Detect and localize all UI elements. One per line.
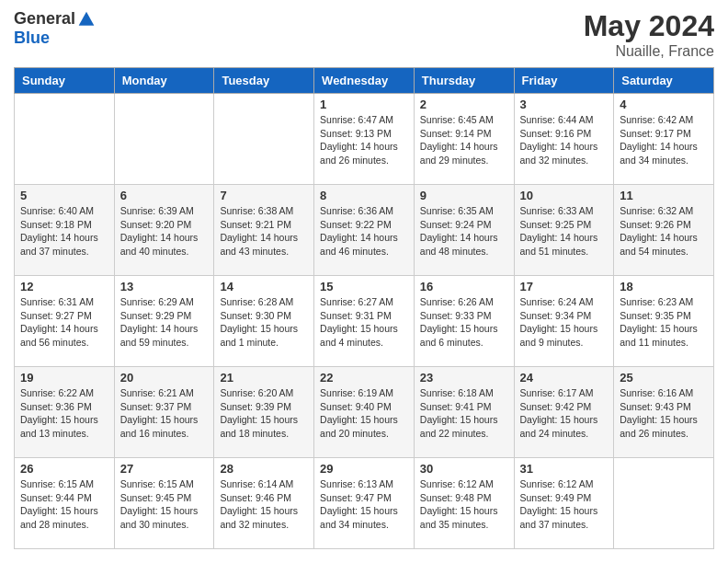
col-friday: Friday bbox=[514, 68, 614, 94]
calendar-week-row: 1Sunrise: 6:47 AMSunset: 9:13 PMDaylight… bbox=[15, 94, 714, 185]
day-number: 24 bbox=[520, 371, 609, 385]
day-number: 26 bbox=[20, 462, 108, 476]
day-number: 13 bbox=[120, 280, 209, 293]
table-row: 20Sunrise: 6:21 AMSunset: 9:37 PMDayligh… bbox=[114, 367, 214, 458]
col-saturday: Saturday bbox=[614, 68, 714, 94]
logo-text: General bbox=[14, 9, 96, 29]
table-row: 12Sunrise: 6:31 AMSunset: 9:27 PMDayligh… bbox=[15, 276, 115, 367]
calendar-week-row: 19Sunrise: 6:22 AMSunset: 9:36 PMDayligh… bbox=[15, 367, 714, 458]
day-number: 19 bbox=[20, 371, 108, 385]
table-row: 16Sunrise: 6:26 AMSunset: 9:33 PMDayligh… bbox=[414, 276, 514, 367]
day-info: Sunrise: 6:38 AMSunset: 9:21 PMDaylight:… bbox=[220, 204, 308, 259]
day-number: 17 bbox=[520, 280, 609, 293]
day-number: 3 bbox=[520, 98, 609, 111]
day-info: Sunrise: 6:44 AMSunset: 9:16 PMDaylight:… bbox=[520, 113, 609, 167]
day-info: Sunrise: 6:45 AMSunset: 9:14 PMDaylight:… bbox=[420, 113, 508, 167]
day-number: 16 bbox=[420, 280, 508, 293]
day-info: Sunrise: 6:47 AMSunset: 9:13 PMDaylight:… bbox=[320, 113, 408, 167]
table-row: 25Sunrise: 6:16 AMSunset: 9:43 PMDayligh… bbox=[614, 367, 714, 458]
table-row: 7Sunrise: 6:38 AMSunset: 9:21 PMDaylight… bbox=[214, 185, 314, 276]
table-row: 1Sunrise: 6:47 AMSunset: 9:13 PMDaylight… bbox=[314, 94, 415, 185]
day-info: Sunrise: 6:36 AMSunset: 9:22 PMDaylight:… bbox=[320, 204, 408, 259]
table-row: 15Sunrise: 6:27 AMSunset: 9:31 PMDayligh… bbox=[314, 276, 415, 367]
day-info: Sunrise: 6:12 AMSunset: 9:49 PMDaylight:… bbox=[520, 477, 609, 532]
title-block: May 2024 Nuaille, France bbox=[584, 9, 714, 60]
day-number: 30 bbox=[420, 462, 508, 476]
day-info: Sunrise: 6:15 AMSunset: 9:45 PMDaylight:… bbox=[120, 477, 209, 532]
day-number: 6 bbox=[120, 189, 209, 202]
table-row: 19Sunrise: 6:22 AMSunset: 9:36 PMDayligh… bbox=[15, 367, 115, 458]
day-number: 23 bbox=[420, 371, 508, 385]
day-info: Sunrise: 6:31 AMSunset: 9:27 PMDaylight:… bbox=[20, 295, 108, 350]
table-row: 31Sunrise: 6:12 AMSunset: 9:49 PMDayligh… bbox=[514, 458, 614, 549]
day-number: 9 bbox=[420, 189, 508, 202]
page: General Blue May 2024 Nuaille, France Su… bbox=[0, 0, 728, 563]
col-sunday: Sunday bbox=[15, 68, 115, 94]
table-row bbox=[214, 94, 314, 185]
day-number: 21 bbox=[220, 371, 308, 385]
day-number: 7 bbox=[220, 189, 308, 202]
day-info: Sunrise: 6:40 AMSunset: 9:18 PMDaylight:… bbox=[20, 204, 108, 259]
table-row bbox=[15, 94, 115, 185]
logo-blue-text: Blue bbox=[14, 29, 50, 47]
day-info: Sunrise: 6:23 AMSunset: 9:35 PMDaylight:… bbox=[620, 295, 708, 350]
day-info: Sunrise: 6:17 AMSunset: 9:42 PMDaylight:… bbox=[520, 386, 609, 441]
table-row: 24Sunrise: 6:17 AMSunset: 9:42 PMDayligh… bbox=[514, 367, 614, 458]
day-number: 4 bbox=[620, 98, 708, 111]
day-info: Sunrise: 6:32 AMSunset: 9:26 PMDaylight:… bbox=[620, 204, 708, 259]
day-number: 28 bbox=[220, 462, 308, 476]
logo-general-text: General bbox=[14, 9, 75, 29]
day-info: Sunrise: 6:20 AMSunset: 9:39 PMDaylight:… bbox=[220, 386, 308, 441]
day-number: 2 bbox=[420, 98, 508, 111]
day-number: 8 bbox=[320, 189, 408, 202]
table-row: 23Sunrise: 6:18 AMSunset: 9:41 PMDayligh… bbox=[414, 367, 514, 458]
table-row: 17Sunrise: 6:24 AMSunset: 9:34 PMDayligh… bbox=[514, 276, 614, 367]
day-info: Sunrise: 6:24 AMSunset: 9:34 PMDaylight:… bbox=[520, 295, 609, 350]
main-title: May 2024 bbox=[584, 9, 714, 43]
calendar-week-row: 5Sunrise: 6:40 AMSunset: 9:18 PMDaylight… bbox=[15, 185, 714, 276]
day-info: Sunrise: 6:29 AMSunset: 9:29 PMDaylight:… bbox=[120, 295, 209, 350]
day-info: Sunrise: 6:19 AMSunset: 9:40 PMDaylight:… bbox=[320, 386, 408, 441]
day-info: Sunrise: 6:28 AMSunset: 9:30 PMDaylight:… bbox=[220, 295, 308, 350]
day-number: 22 bbox=[320, 371, 408, 385]
table-row bbox=[114, 94, 214, 185]
table-row: 11Sunrise: 6:32 AMSunset: 9:26 PMDayligh… bbox=[614, 185, 714, 276]
col-tuesday: Tuesday bbox=[214, 68, 314, 94]
table-row: 14Sunrise: 6:28 AMSunset: 9:30 PMDayligh… bbox=[214, 276, 314, 367]
col-thursday: Thursday bbox=[414, 68, 514, 94]
col-wednesday: Wednesday bbox=[314, 68, 415, 94]
day-info: Sunrise: 6:39 AMSunset: 9:20 PMDaylight:… bbox=[120, 204, 209, 259]
table-row: 27Sunrise: 6:15 AMSunset: 9:45 PMDayligh… bbox=[114, 458, 214, 549]
table-row: 6Sunrise: 6:39 AMSunset: 9:20 PMDaylight… bbox=[114, 185, 214, 276]
day-number: 14 bbox=[220, 280, 308, 293]
svg-marker-0 bbox=[79, 11, 95, 25]
header: General Blue May 2024 Nuaille, France bbox=[14, 9, 714, 60]
day-number: 25 bbox=[620, 371, 708, 385]
day-number: 31 bbox=[520, 462, 609, 476]
calendar-week-row: 26Sunrise: 6:15 AMSunset: 9:44 PMDayligh… bbox=[15, 458, 714, 549]
day-info: Sunrise: 6:12 AMSunset: 9:48 PMDaylight:… bbox=[420, 477, 508, 532]
table-row: 13Sunrise: 6:29 AMSunset: 9:29 PMDayligh… bbox=[114, 276, 214, 367]
day-number: 18 bbox=[620, 280, 708, 293]
day-number: 12 bbox=[20, 280, 108, 293]
day-info: Sunrise: 6:14 AMSunset: 9:46 PMDaylight:… bbox=[220, 477, 308, 532]
day-info: Sunrise: 6:13 AMSunset: 9:47 PMDaylight:… bbox=[320, 477, 408, 532]
day-info: Sunrise: 6:26 AMSunset: 9:33 PMDaylight:… bbox=[420, 295, 508, 350]
table-row: 29Sunrise: 6:13 AMSunset: 9:47 PMDayligh… bbox=[314, 458, 415, 549]
table-row: 2Sunrise: 6:45 AMSunset: 9:14 PMDaylight… bbox=[414, 94, 514, 185]
table-row: 26Sunrise: 6:15 AMSunset: 9:44 PMDayligh… bbox=[15, 458, 115, 549]
day-number: 29 bbox=[320, 462, 408, 476]
day-number: 20 bbox=[120, 371, 209, 385]
table-row bbox=[614, 458, 714, 549]
day-info: Sunrise: 6:15 AMSunset: 9:44 PMDaylight:… bbox=[20, 477, 108, 532]
calendar: Sunday Monday Tuesday Wednesday Thursday… bbox=[14, 67, 714, 549]
day-info: Sunrise: 6:27 AMSunset: 9:31 PMDaylight:… bbox=[320, 295, 408, 350]
table-row: 3Sunrise: 6:44 AMSunset: 9:16 PMDaylight… bbox=[514, 94, 614, 185]
day-info: Sunrise: 6:33 AMSunset: 9:25 PMDaylight:… bbox=[520, 204, 609, 259]
table-row: 22Sunrise: 6:19 AMSunset: 9:40 PMDayligh… bbox=[314, 367, 415, 458]
day-number: 15 bbox=[320, 280, 408, 293]
table-row: 30Sunrise: 6:12 AMSunset: 9:48 PMDayligh… bbox=[414, 458, 514, 549]
day-number: 1 bbox=[320, 98, 408, 111]
day-info: Sunrise: 6:21 AMSunset: 9:37 PMDaylight:… bbox=[120, 386, 209, 441]
day-number: 11 bbox=[620, 189, 708, 202]
